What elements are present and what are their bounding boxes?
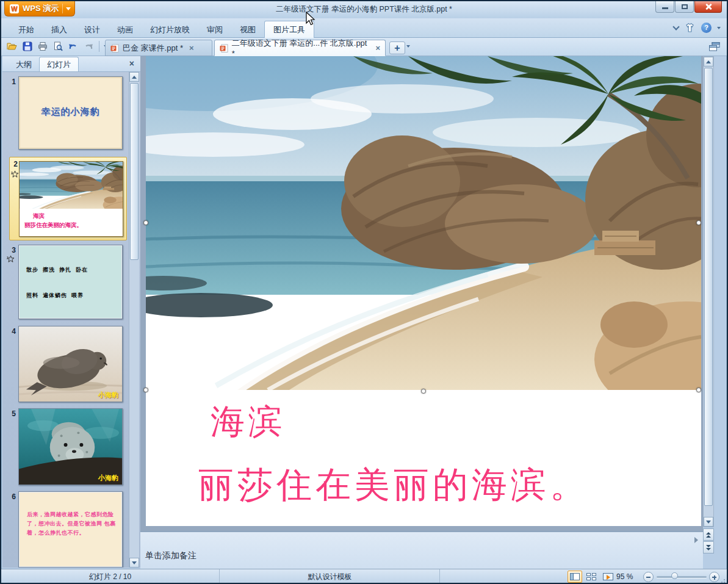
scroll-down-button[interactable] xyxy=(129,558,139,568)
print-preview-icon[interactable] xyxy=(52,40,64,52)
selection-handle-bottom-center[interactable] xyxy=(421,389,426,394)
slide-sorter-view-button[interactable] xyxy=(584,571,599,583)
ribbon-tab-review[interactable]: 审阅 xyxy=(198,22,231,38)
scroll-up-button[interactable] xyxy=(704,57,713,67)
beach-picture-selected[interactable] xyxy=(146,56,701,390)
thumb-2-content[interactable]: 海滨 丽莎住在美丽的海滨。 xyxy=(19,161,123,237)
notes-expand-icon[interactable] xyxy=(694,537,698,543)
ribbon-tab-design[interactable]: 设计 xyxy=(76,22,109,38)
print-icon[interactable] xyxy=(37,40,49,52)
thumb-2-beach-image xyxy=(20,162,123,209)
zoom-level: 95 % xyxy=(616,572,633,581)
ribbon-tab-animation[interactable]: 动画 xyxy=(109,22,142,38)
ribbon-tab-home[interactable]: 开始 xyxy=(10,22,43,38)
save-icon[interactable] xyxy=(21,40,34,52)
selection-handle-left[interactable] xyxy=(143,220,148,225)
slide-editing-area: 海滨 丽莎住在美丽的海滨。 xyxy=(140,56,703,531)
thumbnail-scrollbar[interactable] xyxy=(129,72,139,568)
undo-icon[interactable] xyxy=(67,40,79,52)
slide-number: 2 xyxy=(9,160,18,168)
ribbon-tab-bar: 开始 插入 设计 动画 幻灯片放映 审阅 视图 图片工具 ? xyxy=(1,18,727,38)
next-slide-button[interactable] xyxy=(703,541,714,553)
scroll-up-button[interactable] xyxy=(129,72,139,82)
redo-icon[interactable] xyxy=(82,40,95,52)
normal-view-button[interactable] xyxy=(568,571,582,583)
panel-tab-bar: 大纲 幻灯片 × xyxy=(2,56,140,72)
scrollbar-thumb[interactable] xyxy=(130,83,139,260)
slide-canvas[interactable]: 海滨 丽莎住在美丽的海滨。 xyxy=(146,56,701,526)
window-switch-icon[interactable] xyxy=(708,41,721,54)
new-document-tab-button[interactable]: + xyxy=(389,41,405,54)
slide-number: 6 xyxy=(5,492,16,501)
thumb-2-heading: 海滨 xyxy=(24,211,123,220)
animation-star-icon xyxy=(11,170,19,178)
zoom-slider-track[interactable] xyxy=(657,576,707,578)
slide-thumbnail-2-selected[interactable]: 2 海滨 丽莎住在美丽的海滨。 xyxy=(9,157,127,240)
arrow-down-icon xyxy=(706,521,711,524)
slide-heading-text[interactable]: 海滨 xyxy=(211,399,286,445)
tab-slides[interactable]: 幻灯片 xyxy=(39,57,79,71)
arrow-down-icon xyxy=(132,561,137,564)
thumb-2-body: 丽莎住在美丽的海滨。 xyxy=(24,220,123,229)
slideshow-button[interactable] xyxy=(600,571,615,583)
more-options-dropdown-icon[interactable] xyxy=(717,27,721,29)
tab-outline[interactable]: 大纲 xyxy=(9,58,39,71)
document-tab-2[interactable]: 二年级语文下册 幸运的...件 北京版.ppt * × xyxy=(214,40,386,56)
ribbon-tab-insert[interactable]: 插入 xyxy=(43,22,76,38)
title-bar: W WPS 演示 二年级语文下册 幸运的小海豹 PPT课件 北京版.ppt * xyxy=(1,1,727,18)
slide-thumbnail-3[interactable]: 散步 擦洗 挣扎 卧在 照料 遍体鳞伤 喂养 恢复 救起 依依不舍 感谢 恩人 xyxy=(18,245,123,319)
slide-number: 4 xyxy=(5,327,16,336)
arrow-up-icon xyxy=(706,60,711,63)
slide-number: 1 xyxy=(5,78,16,86)
notes-pane[interactable]: 单击添加备注 xyxy=(140,531,703,569)
ppt-file-icon xyxy=(110,44,119,52)
zoom-slider-thumb[interactable] xyxy=(671,572,678,579)
minimize-icon xyxy=(662,7,668,9)
zoom-in-button[interactable] xyxy=(709,572,719,582)
slide-thumbnail-5[interactable]: 小海豹 xyxy=(18,408,123,485)
arrow-up-icon xyxy=(132,76,137,79)
quick-toolbar-row: 巴金 家课件.ppt * × 二年级语文下册 幸运的...件 北京版.ppt *… xyxy=(1,38,727,56)
slide-thumbnail-1[interactable]: 幸运的小海豹 xyxy=(18,76,123,150)
maximize-button[interactable] xyxy=(675,1,694,13)
help-button[interactable]: ? xyxy=(701,23,712,33)
ribbon-tab-slideshow[interactable]: 幻灯片放映 xyxy=(142,22,198,38)
notes-placeholder[interactable]: 单击添加备注 xyxy=(145,550,196,561)
thumb-3-row: 照料 遍体鳞伤 喂养 xyxy=(26,292,117,300)
panel-close-icon[interactable]: × xyxy=(129,59,134,68)
design-template-name[interactable]: 默认设计模板 xyxy=(308,572,352,582)
collapse-ribbon-chevron-icon[interactable] xyxy=(672,23,679,30)
open-file-icon[interactable] xyxy=(6,40,18,52)
skin-tshirt-icon[interactable] xyxy=(684,23,696,33)
selection-handle-bottom-left[interactable] xyxy=(143,388,148,392)
resize-grip[interactable] xyxy=(720,578,725,583)
new-tab-dropdown-icon[interactable] xyxy=(406,45,410,48)
slideshow-play-icon xyxy=(603,573,613,580)
selection-handle-right[interactable] xyxy=(696,220,701,225)
maximize-icon xyxy=(682,4,688,9)
slide-thumbnail-list: 1 幸运的小海豹 2 海滨 丽莎住在美丽的海滨。 3 xyxy=(2,72,140,568)
document-tab-1-close-icon[interactable]: × xyxy=(187,43,194,52)
slide-thumbnail-4[interactable]: 小海豹 xyxy=(18,326,123,402)
document-tab-1[interactable]: 巴金 家课件.ppt * × xyxy=(105,40,212,56)
slide-body-text[interactable]: 丽莎住在美丽的海滨。 xyxy=(198,461,589,509)
close-button[interactable] xyxy=(694,1,722,13)
selection-handle-bottom-right[interactable] xyxy=(696,388,701,392)
main-vertical-scrollbar[interactable] xyxy=(703,56,714,527)
normal-view-icon xyxy=(570,573,580,580)
thumb-1-title: 幸运的小海豹 xyxy=(19,106,122,118)
wps-presentation-window: W WPS 演示 二年级语文下册 幸运的小海豹 PPT课件 北京版.ppt * … xyxy=(0,0,728,584)
window-title: 二年级语文下册 幸运的小海豹 PPT课件 北京版.ppt * xyxy=(1,4,727,15)
document-tab-2-close-icon[interactable]: × xyxy=(373,43,380,52)
scrollbar-thumb[interactable] xyxy=(704,68,713,506)
scroll-down-button[interactable] xyxy=(704,517,713,527)
thumb-5-caption: 小海豹 xyxy=(98,474,118,483)
animation-star-icon xyxy=(7,255,15,263)
previous-slide-button[interactable] xyxy=(703,528,714,541)
window-controls xyxy=(655,1,722,13)
ribbon-tab-view[interactable]: 视图 xyxy=(231,22,264,38)
zoom-out-button[interactable] xyxy=(643,572,654,582)
slide-panel: 大纲 幻灯片 × 1 幸运的小海豹 2 海滨 丽莎住在美丽的海滨。 xyxy=(2,56,140,568)
minimize-button[interactable] xyxy=(655,1,674,13)
slide-thumbnail-6[interactable]: 后来，渔网越收越紧，它感到危险了，想冲出去。但是它被渔网 包裹着，怎么挣扎也不行… xyxy=(18,491,123,568)
